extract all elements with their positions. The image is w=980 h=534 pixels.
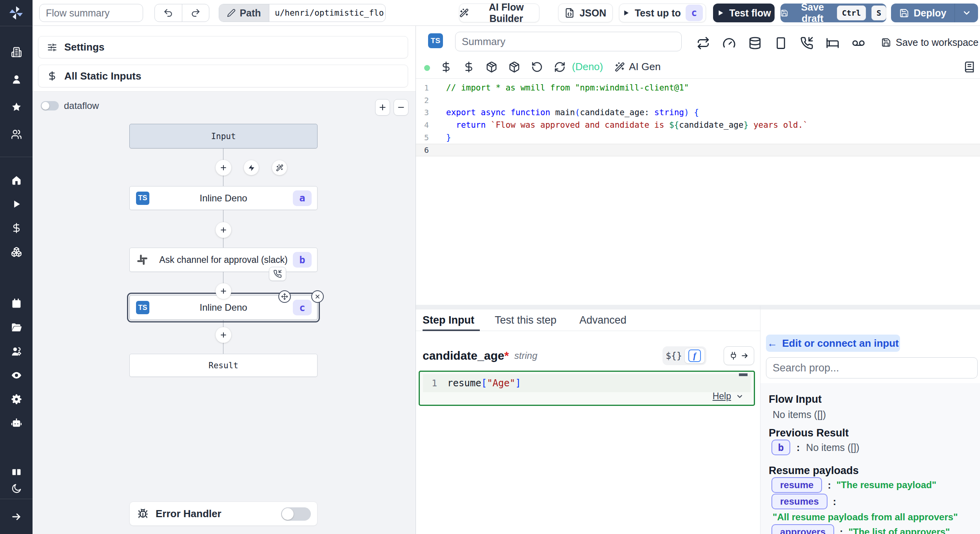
flow-settings-button[interactable]: Settings — [38, 36, 408, 58]
code-line[interactable]: 3export async function main(candidate_ag… — [416, 107, 980, 119]
expression-help[interactable]: Help — [713, 391, 744, 402]
deploy-button[interactable]: Deploy — [891, 4, 955, 22]
add-step-button[interactable] — [216, 327, 231, 343]
prop-badge-resume[interactable]: resume — [771, 477, 822, 493]
expand-sidebar-icon[interactable] — [11, 511, 22, 522]
add-step-button[interactable] — [216, 283, 231, 299]
flow-input-empty: No items ([]) — [773, 409, 826, 420]
suspend-indicator-button[interactable] — [269, 267, 286, 281]
code-editor[interactable]: 1// import * as wmill from "npm:windmill… — [416, 81, 980, 156]
dollar-icon[interactable] — [463, 61, 475, 73]
runs-icon[interactable] — [11, 199, 22, 210]
move-step-button[interactable] — [278, 290, 291, 303]
play-icon — [717, 9, 724, 17]
path-value-input[interactable]: u/henri/optimistic_flo — [269, 4, 385, 22]
kbd-s: S — [871, 5, 886, 20]
windmill-logo-icon[interactable] — [7, 4, 25, 22]
code-line[interactable]: 4 return `Flow was approved and candidat… — [416, 119, 980, 131]
add-step-button[interactable] — [216, 160, 231, 176]
add-step-button[interactable] — [216, 222, 231, 238]
add-trigger-button[interactable] — [244, 160, 259, 175]
overview-ruler-mark — [739, 373, 748, 376]
result-node[interactable]: Result — [129, 354, 318, 377]
code-line[interactable]: 2 — [416, 94, 980, 107]
audit-logs-icon[interactable] — [11, 370, 22, 381]
input-node[interactable]: Input — [129, 124, 318, 148]
zoom-out-button[interactable] — [394, 99, 408, 116]
prop-badge-approvers[interactable]: approvers — [771, 524, 834, 534]
help-link[interactable]: Help — [713, 391, 731, 402]
dollar-icon[interactable] — [440, 61, 452, 73]
refresh-icon[interactable] — [554, 61, 566, 73]
code-line[interactable]: 5} — [416, 131, 980, 144]
undo-button[interactable] — [155, 4, 182, 22]
all-static-inputs-button[interactable]: All Static Inputs — [38, 65, 408, 87]
prop-badge-resumes[interactable]: resumes — [771, 494, 828, 509]
expression-editor[interactable]: 1 resume["Age"] Help — [419, 371, 755, 406]
ai-gen-button[interactable]: AI Gen — [629, 61, 661, 73]
plus-icon — [220, 164, 227, 172]
test-up-to-button[interactable]: Test up to c — [619, 4, 706, 22]
rotate-ccw-icon[interactable] — [531, 61, 543, 73]
bed-icon[interactable] — [826, 36, 839, 50]
schedules-icon[interactable] — [11, 298, 22, 309]
package-icon[interactable] — [508, 61, 520, 73]
flow-summary-input[interactable] — [39, 4, 143, 22]
tab-step-input[interactable]: Step Input — [423, 310, 474, 331]
deploy-more-button[interactable] — [955, 4, 978, 22]
phone-incoming-icon[interactable] — [800, 36, 813, 50]
dark-mode-icon[interactable] — [11, 483, 22, 494]
path-label-button[interactable]: Path — [219, 4, 269, 22]
gauge-icon[interactable] — [722, 36, 736, 50]
connect-input-button[interactable] — [724, 346, 754, 365]
resources-icon[interactable] — [11, 246, 22, 257]
library-icon[interactable] — [964, 61, 975, 73]
code-line[interactable]: 6 — [416, 144, 980, 156]
error-handler-card[interactable]: Error Handler — [129, 501, 318, 526]
test-flow-button[interactable]: Test flow — [713, 4, 775, 22]
repeat-icon[interactable] — [697, 36, 710, 50]
prop-badge-b[interactable]: b — [771, 440, 790, 455]
database-icon[interactable] — [748, 36, 762, 50]
error-handler-toggle[interactable] — [281, 507, 311, 521]
save-draft-button[interactable]: Save draft Ctrl S — [780, 4, 886, 22]
field-type: string — [514, 350, 537, 361]
user-icon[interactable] — [11, 74, 22, 85]
groups-icon[interactable] — [11, 129, 22, 140]
folders-icon[interactable] — [11, 322, 22, 333]
favorites-icon[interactable] — [11, 101, 22, 112]
step-summary-input[interactable] — [455, 32, 682, 51]
package-icon[interactable] — [486, 61, 497, 73]
tab-advanced[interactable]: Advanced — [579, 310, 626, 331]
expression-line[interactable]: 1 resume["Age"] — [423, 374, 751, 392]
voicemail-icon[interactable] — [852, 36, 865, 50]
dataflow-toggle[interactable] — [41, 101, 59, 110]
save-to-workspace-button[interactable]: Save to workspace — [881, 37, 978, 48]
ai-add-step-button[interactable] — [272, 160, 287, 175]
redo-button[interactable] — [182, 4, 209, 22]
settings-icon[interactable] — [11, 394, 22, 405]
zoom-in-button[interactable] — [375, 99, 390, 116]
template-mode-toggle[interactable]: ${} — [664, 351, 684, 361]
workers-icon[interactable] — [11, 346, 22, 357]
tab-test-this-step[interactable]: Test this step — [495, 310, 557, 331]
save-to-workspace-label: Save to workspace — [896, 37, 978, 48]
approvers-description: "The list of approvers" — [848, 527, 950, 534]
lang-indicator[interactable]: (Deno) — [572, 61, 603, 73]
ai-assistant-icon[interactable] — [11, 418, 22, 429]
variables-icon[interactable] — [11, 223, 22, 234]
step-node-b[interactable]: Ask channel for approval (slack) b — [129, 248, 318, 272]
docs-icon[interactable] — [11, 467, 22, 478]
search-prop-input[interactable] — [766, 357, 978, 378]
delete-step-button[interactable] — [311, 290, 324, 303]
step-node-a[interactable]: TS Inline Deno a — [129, 186, 318, 210]
ai-flow-builder-button[interactable]: AI Flow Builder — [459, 4, 539, 22]
code-line[interactable]: 1// import * as wmill from "npm:windmill… — [416, 81, 980, 94]
workspace-icon[interactable] — [11, 47, 22, 58]
function-mode-toggle[interactable]: f — [684, 348, 705, 364]
home-icon[interactable] — [11, 175, 22, 186]
edit-or-connect-button[interactable]: ← Edit or connect an input — [766, 335, 900, 352]
rect-vertical-icon[interactable] — [774, 36, 788, 50]
input-node-label: Input — [130, 124, 317, 148]
json-button[interactable]: JSON — [558, 4, 613, 22]
